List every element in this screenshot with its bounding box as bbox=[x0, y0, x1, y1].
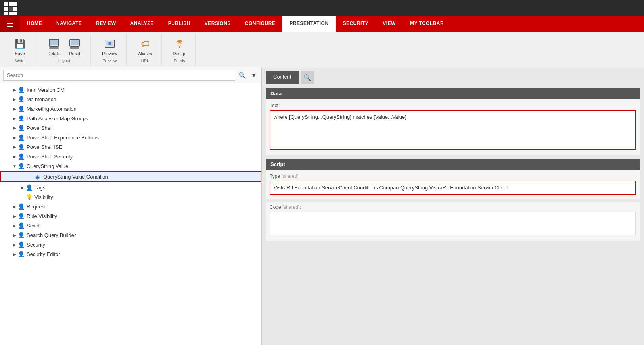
main-layout: 🔍 ▼ ▶ 👤 Item Version CM ▶ 👤 Maintenance … bbox=[0, 67, 644, 345]
preview-label: Preview bbox=[102, 51, 117, 56]
tree-item-visibility[interactable]: 💡 Visibility bbox=[0, 192, 261, 202]
aliases-icon: 🏷 bbox=[139, 38, 151, 50]
nav-item-analyze[interactable]: ANALYZE bbox=[123, 16, 161, 32]
search-bar: 🔍 ▼ bbox=[0, 67, 261, 83]
tree-label: PowerShell ISE bbox=[27, 144, 62, 150]
tree-label: Security Editor bbox=[27, 251, 60, 257]
reset-button[interactable]: Reset bbox=[65, 36, 84, 58]
tab-content[interactable]: Content bbox=[266, 71, 299, 84]
hamburger-menu[interactable]: ☰ bbox=[0, 16, 20, 32]
details-button[interactable]: Details bbox=[44, 36, 64, 58]
nav-item-publish[interactable]: PUBLISH bbox=[161, 16, 197, 32]
preview-icon bbox=[104, 38, 116, 50]
tree-icon-red: 👤 bbox=[17, 231, 25, 239]
tree-item-querystringvalue[interactable]: ▼ 👤 QueryString Value bbox=[0, 161, 261, 171]
tab-search-button[interactable]: 🔍 bbox=[301, 71, 314, 84]
tree-label: Request bbox=[27, 204, 46, 210]
preview-button[interactable]: Preview bbox=[99, 36, 121, 58]
data-section-header: Data bbox=[266, 88, 640, 99]
ribbon: 💾 Save Write Details bbox=[0, 32, 644, 67]
tree-arrow: ▶ bbox=[12, 243, 17, 247]
layout-group-label: Layout bbox=[58, 59, 70, 63]
content-area: Data Text: where [QueryString,,,QueryStr… bbox=[262, 84, 644, 245]
details-icon bbox=[48, 38, 60, 50]
nav-item-view[interactable]: VIEW bbox=[376, 16, 403, 32]
aliases-button[interactable]: 🏷 Aliases bbox=[135, 36, 155, 58]
nav-item-configure[interactable]: CONFIGURE bbox=[238, 16, 283, 32]
tree-label: QueryString Value bbox=[27, 163, 68, 169]
text-field-textarea[interactable]: where [QueryString,,,QueryString] matche… bbox=[270, 110, 636, 150]
tree-icon-red: 👤 bbox=[17, 153, 25, 160]
tree-item-powershellsecurity[interactable]: ▶ 👤 PowerShell Security bbox=[0, 152, 261, 161]
type-field-input[interactable] bbox=[270, 181, 636, 195]
tree-icon-red: 👤 bbox=[17, 251, 25, 258]
svg-rect-1 bbox=[50, 40, 58, 45]
svg-rect-2 bbox=[49, 47, 59, 49]
design-button[interactable]: Design bbox=[170, 36, 190, 58]
logo-cell bbox=[13, 12, 17, 15]
tree-item-maintenance[interactable]: ▶ 👤 Maintenance bbox=[0, 94, 261, 104]
script-section: Script Type [shared]: bbox=[266, 159, 640, 199]
tree-label: QueryString Value Condition bbox=[43, 174, 108, 180]
tree-item-itemversioncm[interactable]: ▶ 👤 Item Version CM bbox=[0, 85, 261, 94]
tree-icon-red: 👤 bbox=[17, 105, 25, 112]
nav-item-versions[interactable]: VERSIONS bbox=[197, 16, 238, 32]
nav-item-mytoolbar[interactable]: MY TOOLBAR bbox=[403, 16, 451, 32]
tree-icon-red: 👤 bbox=[17, 143, 25, 150]
svg-rect-4 bbox=[71, 40, 79, 45]
tree-arrow: ▶ bbox=[12, 145, 17, 149]
script-section-body: Type [shared]: bbox=[266, 170, 640, 199]
nav-item-security[interactable]: SECURITY bbox=[336, 16, 376, 32]
top-bar bbox=[0, 0, 644, 16]
tree-icon-bulb: 💡 bbox=[25, 193, 33, 200]
reset-label: Reset bbox=[69, 51, 80, 56]
tree-icon-green: 👤 bbox=[17, 86, 25, 93]
search-icon-button[interactable]: 🔍 bbox=[237, 70, 248, 81]
tree-item-security[interactable]: ▶ 👤 Security bbox=[0, 240, 261, 249]
tree-item-securityeditor[interactable]: ▶ 👤 Security Editor bbox=[0, 249, 261, 259]
nav-item-review[interactable]: REVIEW bbox=[89, 16, 123, 32]
tree-item-rulevisibility[interactable]: ▶ 👤 Rule Visibility bbox=[0, 211, 261, 221]
tree-item-tags[interactable]: ▶ 👤 Tags bbox=[0, 183, 261, 192]
nav-item-home[interactable]: HOME bbox=[20, 16, 49, 32]
tree-item-pathanalyzer[interactable]: ▶ 👤 Path Analyzer Map Groups bbox=[0, 114, 261, 123]
aliases-label: Aliases bbox=[138, 51, 152, 56]
search-input[interactable] bbox=[3, 70, 235, 81]
tree-item-powershellexpbuttons[interactable]: ▶ 👤 PowerShell Experience Buttons bbox=[0, 133, 261, 142]
tree-arrow: ▶ bbox=[12, 88, 17, 92]
tree-label: Script bbox=[27, 223, 40, 229]
tree-label: Marketing Automation bbox=[27, 106, 77, 112]
tree-item-powershell[interactable]: ▶ 👤 PowerShell bbox=[0, 123, 261, 133]
nav-item-navigate[interactable]: NAVIGATE bbox=[49, 16, 89, 32]
tree-arrow: ▶ bbox=[12, 116, 17, 121]
tree-arrow: ▶ bbox=[12, 252, 17, 256]
tree-item-marketingautomation[interactable]: ▶ 👤 Marketing Automation bbox=[0, 104, 261, 114]
text-field-label: Text: bbox=[270, 103, 636, 108]
logo-cell bbox=[13, 7, 17, 11]
save-icon: 💾 bbox=[13, 38, 26, 50]
code-section: Code [shared]: bbox=[266, 202, 640, 241]
logo-cell bbox=[4, 7, 8, 11]
details-label: Details bbox=[47, 51, 61, 56]
tree-arrow: ▼ bbox=[12, 164, 17, 168]
svg-point-9 bbox=[179, 46, 180, 48]
code-shared-label: [shared] bbox=[282, 204, 299, 210]
logo-cell bbox=[4, 12, 8, 15]
nav-item-presentation[interactable]: PRESENTATION bbox=[282, 16, 335, 32]
search-dropdown-button[interactable]: ▼ bbox=[249, 71, 258, 80]
logo-cell bbox=[9, 7, 13, 11]
tree-item-powershellise[interactable]: ▶ 👤 PowerShell ISE bbox=[0, 142, 261, 152]
save-button[interactable]: 💾 Save bbox=[10, 36, 30, 58]
tree-item-script[interactable]: ▶ 👤 Script bbox=[0, 221, 261, 230]
code-field-textarea[interactable] bbox=[270, 212, 636, 235]
tree-arrow: ▶ bbox=[12, 224, 17, 228]
tree-item-searchquerybuilder[interactable]: ▶ 👤 Search Query Builder bbox=[0, 230, 261, 240]
logo-cell bbox=[9, 2, 13, 6]
code-field-label: Code [shared]: bbox=[270, 204, 636, 210]
tree-label: PowerShell Experience Buttons bbox=[27, 135, 99, 141]
script-section-header: Script bbox=[266, 159, 640, 170]
tab-bar: Content 🔍 bbox=[262, 67, 644, 84]
tree-item-querystringvaluecondition[interactable]: ◈ QueryString Value Condition bbox=[0, 171, 261, 182]
tree-arrow: ▶ bbox=[12, 97, 17, 102]
tree-item-request[interactable]: ▶ 👤 Request bbox=[0, 202, 261, 211]
